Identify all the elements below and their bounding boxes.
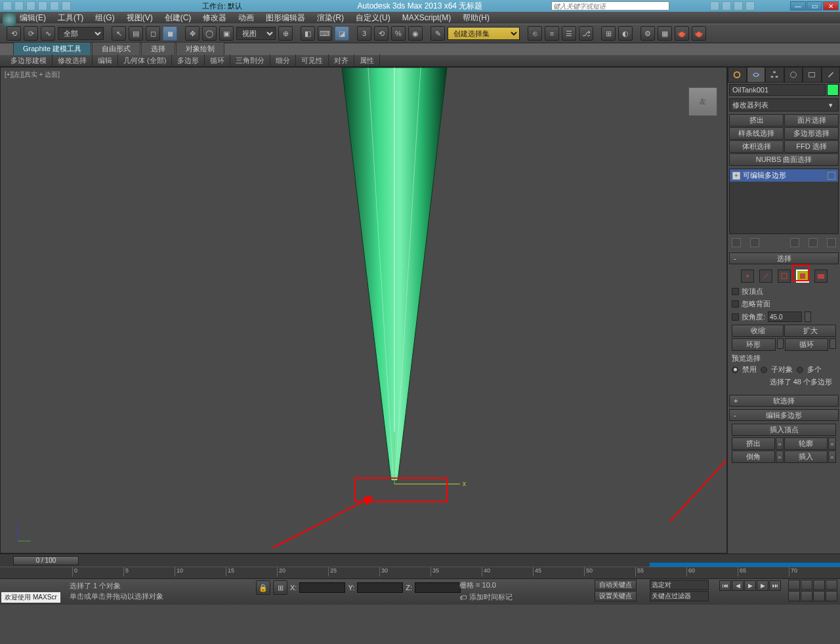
setkey-button[interactable]: 设置关键点	[595, 591, 637, 601]
prev-frame-icon[interactable]: ◀	[732, 580, 744, 591]
undo-icon[interactable]	[38, 1, 47, 10]
btn-loop[interactable]: 循环	[785, 338, 829, 351]
minimize-button[interactable]: —	[790, 1, 806, 10]
rtab-graphite[interactable]: Graphite 建模工具	[13, 42, 91, 55]
select-link-icon[interactable]: ⟲	[7, 26, 21, 41]
schematic-icon[interactable]: ⊞	[601, 26, 616, 41]
help-search-input[interactable]	[552, 3, 669, 10]
open-icon[interactable]	[14, 1, 24, 10]
ref-coord-dropdown[interactable]: 视图	[236, 27, 276, 40]
show-end-result-icon[interactable]	[750, 238, 759, 247]
chk-ignore-backfacing[interactable]	[732, 300, 739, 308]
zoom-extents-all-icon[interactable]	[826, 580, 837, 590]
maxscript-listener[interactable]: 欢迎使用 MAXScr	[1, 592, 60, 603]
fov-icon[interactable]	[788, 591, 800, 601]
object-color-swatch[interactable]	[827, 84, 839, 96]
viewport-label[interactable]: [+][左][真实 + 边面]	[5, 70, 60, 79]
rotate-icon[interactable]: ◯	[202, 26, 217, 41]
subobj-element-icon[interactable]	[814, 270, 828, 283]
rtab-selection[interactable]: 选择	[141, 42, 175, 55]
signin-icon[interactable]	[710, 1, 719, 10]
viewport[interactable]: [+][左][真实 + 边面] 左 x	[0, 67, 727, 553]
btn-bevel[interactable]: 倒角	[732, 451, 775, 463]
btn-extrude2[interactable]: 挤出	[732, 437, 775, 450]
menu-maxscript[interactable]: MAXScript(M)	[402, 13, 452, 22]
modify-tab-icon[interactable]	[747, 67, 766, 83]
close-button[interactable]: ✕	[823, 1, 839, 10]
chk-by-vertex[interactable]	[732, 288, 739, 295]
subobj-border-icon[interactable]	[778, 270, 791, 283]
btn-outline[interactable]: 轮廓	[784, 437, 828, 450]
help-search[interactable]	[551, 1, 669, 10]
utilities-tab-icon[interactable]	[822, 67, 841, 83]
hierarchy-tab-icon[interactable]	[765, 67, 784, 83]
snap-3d-icon[interactable]: 3	[357, 26, 371, 41]
goto-end-icon[interactable]: ⏭	[769, 580, 781, 591]
angle-snap-icon[interactable]: ⟲	[374, 26, 388, 41]
material-editor-icon[interactable]: ◐	[618, 26, 633, 41]
configure-sets-icon[interactable]	[827, 238, 836, 247]
lock-selection-icon[interactable]: 🔒	[256, 580, 270, 595]
selection-filter-dropdown[interactable]: 选定对	[650, 580, 709, 590]
time-tag-area[interactable]: 🏷 添加时间标记	[459, 592, 513, 602]
btn-inset[interactable]: 插入	[784, 451, 828, 463]
spinner-snap-icon[interactable]: ◉	[408, 26, 423, 41]
menu-graph-editors[interactable]: 图形编辑器	[266, 12, 305, 24]
radio-subobj[interactable]	[761, 367, 767, 373]
bind-icon[interactable]: ∿	[41, 26, 55, 41]
scale-icon[interactable]: ▣	[219, 26, 234, 41]
exchange-icon[interactable]	[722, 1, 731, 10]
app-menu-icon[interactable]	[3, 13, 16, 26]
zoom-extents-icon[interactable]	[813, 580, 825, 590]
render-setup-icon[interactable]: ⚙	[640, 26, 655, 41]
orbit-icon[interactable]	[813, 591, 825, 601]
window-crossing-icon[interactable]: ◼	[163, 26, 177, 41]
btn-nurbs-select[interactable]: NURBS 曲面选择	[729, 153, 839, 166]
align-icon[interactable]: ≡	[545, 26, 559, 41]
display-tab-icon[interactable]	[803, 67, 822, 83]
btn-ffd-select[interactable]: FFD 选择	[784, 140, 839, 153]
coord-z[interactable]	[415, 582, 461, 593]
save-icon[interactable]	[26, 1, 35, 10]
goto-start-icon[interactable]: ⏮	[719, 580, 731, 591]
selection-filter[interactable]: 全部	[58, 27, 104, 40]
sub-align[interactable]: 对齐	[329, 54, 354, 67]
workspace-selector[interactable]: 工作台: 默认	[202, 1, 242, 11]
select-object-icon[interactable]: ↖	[112, 26, 126, 41]
sub-loop[interactable]: 循环	[205, 54, 230, 67]
mirror-icon[interactable]: ⎋	[528, 26, 542, 41]
subobj-vertex-icon[interactable]	[741, 270, 754, 283]
sub-polygon[interactable]: 多边形	[172, 54, 205, 67]
sub-modify-sel[interactable]: 修改选择	[52, 54, 93, 67]
object-name-field[interactable]: OilTank001	[729, 84, 826, 96]
btn-face-select[interactable]: 面片选择	[784, 114, 839, 127]
btn-shrink[interactable]: 收缩	[732, 325, 784, 337]
menu-animation[interactable]: 动画	[238, 12, 254, 24]
rtab-freeform[interactable]: 自由形式	[92, 42, 140, 55]
angle-spinner[interactable]: 45.0	[768, 312, 802, 322]
pan-icon[interactable]	[801, 591, 812, 601]
named-selection-set[interactable]: 创建选择集	[448, 27, 520, 40]
edit-named-sel-icon[interactable]: ✎	[430, 26, 445, 41]
btn-grow[interactable]: 扩大	[784, 325, 836, 337]
btn-bevel-settings[interactable]: ▫	[776, 451, 784, 463]
rollout-selection-header[interactable]: -选择	[729, 252, 839, 264]
time-slider[interactable]: 0 / 100	[13, 556, 79, 565]
btn-vol-select[interactable]: 体积选择	[729, 140, 784, 153]
play-icon[interactable]: ▶	[744, 580, 756, 591]
chk-by-angle[interactable]	[732, 313, 739, 321]
btn-extrude-settings[interactable]: ▫	[776, 437, 784, 450]
sub-props[interactable]: 属性	[354, 54, 380, 67]
remove-modifier-icon[interactable]	[808, 238, 818, 247]
modifier-stack[interactable]: + 可编辑多边形	[729, 169, 839, 234]
rollout-soft-header[interactable]: +软选择	[729, 395, 839, 407]
zoom-all-icon[interactable]	[801, 580, 812, 590]
autokey-button[interactable]: 自动关键点	[595, 580, 637, 590]
btn-ring[interactable]: 环形	[732, 338, 776, 351]
maximize-button[interactable]: ▭	[807, 1, 822, 10]
pivot-icon[interactable]: ⊕	[278, 26, 293, 41]
select-name-icon[interactable]: ▤	[129, 26, 143, 41]
rollout-edit-poly-header[interactable]: -编辑多边形	[729, 409, 839, 421]
sub-polymodel[interactable]: 多边形建模	[5, 54, 52, 67]
modifier-list-dropdown[interactable]: 修改器列表▾	[729, 98, 839, 111]
